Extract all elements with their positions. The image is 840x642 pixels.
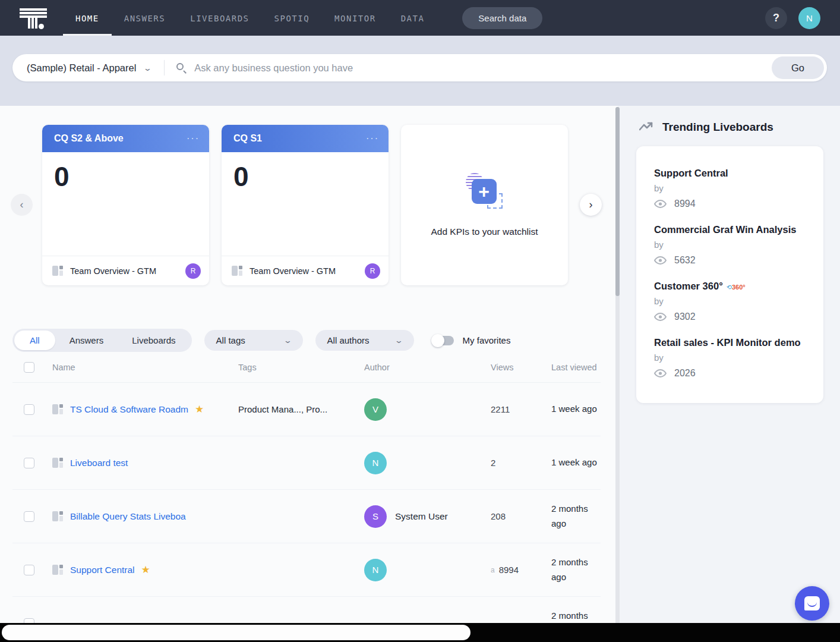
author-name: System User: [395, 511, 448, 522]
trending-header: Trending Liveboards: [639, 121, 840, 134]
go-button[interactable]: Go: [772, 56, 824, 79]
views-count: 8994: [674, 199, 696, 209]
row-last-viewed-cell: 1 week ago: [542, 402, 601, 417]
segment-all[interactable]: All: [14, 331, 55, 350]
tab-monitor[interactable]: MONITOR: [322, 0, 389, 36]
chevron-down-icon: ⌄: [283, 336, 292, 345]
carousel-prev-button[interactable]: ‹: [11, 194, 33, 216]
trending-item-views: 2026: [654, 368, 807, 379]
carousel-next-button[interactable]: ›: [580, 194, 602, 216]
column-header-tags[interactable]: Tags: [234, 363, 360, 372]
views-count: 5632: [674, 255, 696, 266]
kpi-card: CQ S1···0Team Overview - GTMR: [222, 125, 389, 285]
trending-item[interactable]: Retail sales - KPI Monitor demoby2026: [654, 337, 807, 379]
kpi-card-header: CQ S2 & Above···: [42, 125, 209, 152]
trending-item-author: by: [654, 183, 807, 193]
row-name-link[interactable]: TS Cloud & Software Roadm: [70, 404, 188, 415]
tags-filter-dropdown[interactable]: All tags ⌄: [204, 330, 303, 351]
author-avatar: S: [364, 505, 387, 528]
liveboard-icon: [232, 265, 243, 276]
column-header-views[interactable]: Views: [487, 363, 542, 372]
kpi-card-footer[interactable]: Team Overview - GTMR: [222, 256, 389, 285]
add-kpi-card[interactable]: +Add KPIs to your watchlist: [401, 125, 568, 285]
tags-filter-label: All tags: [216, 335, 245, 345]
help-button[interactable]: ?: [765, 7, 787, 29]
favorite-star-icon[interactable]: ★: [141, 564, 150, 576]
column-header-last-viewed[interactable]: Last viewed: [542, 363, 601, 372]
row-views-cell: 208: [487, 511, 542, 521]
my-favorites-toggle[interactable]: [432, 336, 454, 345]
chat-launcher-button[interactable]: [795, 586, 829, 621]
trending-item-views: 5632: [654, 255, 807, 266]
divider: [164, 60, 165, 75]
tab-liveboards[interactable]: LIVEBOARDS: [178, 0, 261, 36]
views-count: 2026: [674, 368, 696, 379]
kpi-watchlist-carousel: CQ S2 & Above···0Team Overview - GTMRCQ …: [0, 125, 618, 285]
column-header-name[interactable]: Name: [48, 363, 234, 372]
my-favorites-label: My favorites: [463, 335, 511, 345]
liveboard-icon: [52, 404, 64, 415]
kpi-card-menu-icon[interactable]: ···: [187, 133, 200, 144]
tab-answers[interactable]: ANSWERS: [112, 0, 178, 36]
table-row: TS Cloud & Software Roadm★Product Mana..…: [12, 383, 601, 436]
kpi-source-liveboard[interactable]: Team Overview - GTM: [70, 266, 179, 276]
dataset-selector[interactable]: (Sample) Retail - Apparel ⌄: [27, 62, 151, 74]
row-checkbox-cell: [12, 565, 48, 575]
trending-item-name[interactable]: Commercial Graf Win Analysis: [654, 224, 807, 235]
select-all-checkbox[interactable]: [24, 362, 34, 373]
row-checkbox-cell: [12, 511, 48, 522]
trending-item[interactable]: Commercial Graf Win Analysisby5632: [654, 224, 807, 266]
segment-liveboards[interactable]: Liveboards: [118, 331, 190, 350]
row-name-cell: TS Cloud & Software Roadm★: [48, 403, 234, 416]
authors-filter-label: All authors: [327, 335, 370, 345]
vertical-scrollbar-thumb[interactable]: [615, 107, 620, 296]
row-name-link[interactable]: Billable Query Stats Liveboa: [70, 511, 186, 522]
trending-item[interactable]: Support Centralby8994: [654, 168, 807, 209]
kpi-source-liveboard[interactable]: Team Overview - GTM: [250, 266, 358, 276]
thoughtspot-home-page: HOMEANSWERSLIVEBOARDSSPOTIQMONITORDATA S…: [0, 0, 840, 642]
author-avatar: V: [364, 398, 387, 421]
kpi-value: 0: [54, 160, 209, 193]
views-value: 2211: [491, 404, 510, 414]
row-name-link[interactable]: Liveboard test: [70, 458, 128, 468]
authors-filter-dropdown[interactable]: All authors ⌄: [315, 330, 414, 351]
add-kpi-label: Add KPIs to your watchlist: [431, 226, 538, 237]
column-header-author[interactable]: Author: [360, 363, 487, 372]
row-last-viewed-cell: 2 months ago: [542, 502, 601, 531]
tab-data[interactable]: DATA: [389, 0, 437, 36]
bottom-scrollbar-thumb[interactable]: [2, 625, 470, 640]
trending-item-name[interactable]: Retail sales - KPI Monitor demo: [654, 337, 807, 348]
trending-item-name[interactable]: Customer 360°⟲360°: [654, 281, 807, 292]
tab-home[interactable]: HOME: [63, 0, 112, 36]
row-name-cell: Liveboard test: [48, 457, 234, 468]
trending-item[interactable]: Customer 360°⟲360°by9302: [654, 281, 807, 322]
trending-title: Trending Liveboards: [662, 121, 773, 134]
table-row: Liveboard testN21 week ago: [12, 436, 601, 490]
row-checkbox[interactable]: [24, 404, 34, 415]
table-body: TS Cloud & Software Roadm★Product Mana..…: [12, 383, 601, 642]
vertical-scrollbar[interactable]: [615, 107, 620, 624]
row-author-cell: SSystem User: [360, 505, 487, 528]
row-name-link[interactable]: Support Central: [70, 565, 135, 575]
search-input[interactable]: [194, 62, 772, 74]
row-last-viewed-cell: 2 months ago: [542, 555, 601, 585]
row-last-viewed-cell: 1 week ago: [542, 455, 601, 470]
row-checkbox[interactable]: [24, 565, 34, 575]
row-views-cell: 2211: [487, 404, 542, 414]
tab-spotiq[interactable]: SPOTIQ: [262, 0, 323, 36]
liveboard-icon: [52, 564, 64, 575]
row-checkbox[interactable]: [24, 458, 34, 468]
user-avatar[interactable]: N: [798, 7, 820, 29]
content-type-segmented-control: AllAnswersLiveboards: [12, 329, 192, 352]
kpi-card-menu-icon[interactable]: ···: [366, 133, 379, 144]
thoughtspot-logo-icon[interactable]: [20, 6, 47, 30]
row-author-cell: V: [360, 398, 487, 421]
trending-item-name[interactable]: Support Central: [654, 168, 807, 179]
segment-answers[interactable]: Answers: [55, 331, 118, 350]
favorite-star-icon[interactable]: ★: [195, 403, 204, 416]
search-icon: [176, 63, 187, 73]
row-checkbox[interactable]: [24, 511, 34, 522]
eye-icon: [654, 313, 667, 321]
kpi-card-footer[interactable]: Team Overview - GTMR: [42, 256, 209, 285]
search-data-button[interactable]: Search data: [462, 7, 542, 29]
